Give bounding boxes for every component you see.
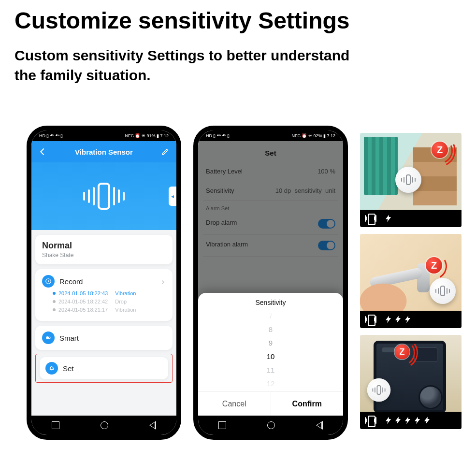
picker-option[interactable]: 8	[198, 323, 343, 336]
sensitivity-picker[interactable]: 7 8 9 10 11 12 13	[198, 309, 343, 391]
set-card[interactable]: Set	[40, 357, 168, 379]
record-item: 2024-01-05 18:22:42 Drop	[53, 299, 166, 304]
lightning-icon	[384, 314, 393, 325]
scene-tile-door: Z	[360, 234, 462, 328]
tile-footer	[360, 210, 462, 227]
phone-settings-screen: HD ▯ ⁴ᴳ ⁴ᴳ ▯ NFC ⏰ ✳ 92% ▮ 7:12 Set Batt…	[193, 126, 348, 440]
picker-option[interactable]: 12	[198, 377, 343, 390]
back-button[interactable]	[316, 421, 323, 430]
lightning-icon	[394, 314, 403, 325]
set-label: Set	[63, 364, 162, 373]
svg-point-2	[49, 337, 51, 339]
state-card: Normal Shake State	[35, 235, 173, 264]
sensor-device-icon	[430, 278, 456, 304]
smart-icon	[42, 332, 55, 344]
home-button[interactable]	[101, 421, 108, 429]
smart-card[interactable]: Smart	[35, 326, 173, 350]
drawer-handle-icon[interactable]: ◂	[169, 187, 176, 206]
tile-footer	[360, 412, 462, 429]
page-title: Customize sensitivity Settings	[14, 7, 350, 34]
sensitivity-level-icon	[384, 314, 412, 325]
picker-option[interactable]: 11	[198, 363, 343, 377]
recents-button[interactable]	[52, 421, 59, 429]
chevron-right-icon	[160, 278, 166, 284]
lightning-icon	[404, 415, 412, 426]
sheet-title: Sensitivity	[198, 299, 343, 309]
scene-tile-room: Z	[360, 133, 462, 227]
vibration-icon	[365, 416, 376, 425]
record-card[interactable]: Record 2024-01-05 18:22:43 Vibration 202…	[35, 269, 173, 321]
status-bar: HD ▯ ⁴ᴳ ⁴ᴳ ▯ NFC ⏰ ✳ 92% ▮ 7:12	[198, 130, 343, 141]
recents-button[interactable]	[218, 421, 226, 429]
clock-icon	[42, 275, 55, 288]
page-subtitle: Custom sensitivity Settings to better un…	[14, 46, 349, 85]
record-item: 2024-01-05 18:21:17 Vibration	[53, 307, 166, 313]
lightning-icon	[394, 415, 403, 426]
sensitivity-level-icon	[384, 415, 432, 426]
lightning-icon	[384, 213, 393, 224]
lightning-icon	[423, 415, 432, 426]
zigbee-icon: Z	[432, 142, 448, 158]
vibration-icon	[365, 315, 376, 324]
lightning-icon	[384, 415, 393, 426]
picker-option[interactable]: 13	[198, 390, 343, 391]
vibration-sensor-icon	[83, 183, 125, 210]
confirm-button[interactable]: Confirm	[271, 392, 344, 416]
record-item: 2024-01-05 18:22:43 Vibration	[53, 290, 166, 296]
header-title: Vibration Sensor	[75, 148, 133, 156]
picker-option[interactable]: 7	[198, 309, 343, 323]
sensitivity-level-icon	[384, 213, 393, 224]
picker-option[interactable]: 9	[198, 336, 343, 350]
state-value: Normal	[42, 241, 166, 251]
state-label: Shake State	[42, 252, 166, 259]
app-header: Vibration Sensor	[31, 141, 176, 162]
cancel-button[interactable]: Cancel	[198, 392, 271, 416]
record-label: Record	[59, 277, 155, 286]
set-highlight-box: Set	[35, 354, 173, 383]
zigbee-icon: Z	[395, 345, 410, 360]
smart-label: Smart	[59, 334, 166, 342]
edit-icon[interactable]	[161, 147, 170, 156]
back-button[interactable]	[149, 421, 156, 430]
record-list: 2024-01-05 18:22:43 Vibration 2024-01-05…	[42, 290, 166, 313]
picker-option-selected[interactable]: 10	[198, 350, 343, 363]
device-hero: ◂	[31, 162, 176, 230]
gear-icon	[45, 362, 58, 375]
sensor-device-icon	[367, 378, 391, 402]
sensor-device-icon	[395, 167, 421, 193]
lightning-icon	[404, 314, 412, 325]
android-navbar	[31, 416, 176, 435]
phone-main-screen: HD ▯ ⁴ᴳ ⁴ᴳ ▯ NFC ⏰ ✳ 91% ▮ 7:12 Vibratio…	[27, 126, 181, 440]
back-icon[interactable]	[38, 147, 47, 156]
status-bar: HD ▯ ⁴ᴳ ⁴ᴳ ▯ NFC ⏰ ✳ 91% ▮ 7:12	[31, 130, 176, 141]
scene-tiles: Z Z Z	[360, 133, 462, 429]
home-button[interactable]	[267, 421, 275, 429]
tile-footer	[360, 311, 462, 328]
vibration-icon	[365, 214, 376, 223]
lightning-icon	[413, 415, 422, 426]
sensitivity-picker-sheet: Sensitivity 7 8 9 10 11 12 13 Cancel Con…	[198, 293, 343, 416]
zigbee-icon: Z	[426, 257, 442, 274]
android-navbar	[198, 416, 343, 435]
scene-tile-safe: Z	[360, 335, 462, 429]
